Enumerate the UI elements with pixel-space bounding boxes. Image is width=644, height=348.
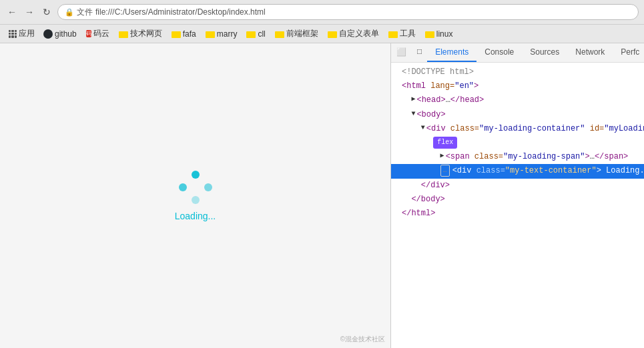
github-favicon (43, 29, 53, 39)
bookmark-marry-label: marry (217, 29, 238, 39)
apps-label: 应用 (19, 28, 35, 39)
bookmarks-bar: 应用 github 码 码云 技术网页 fafa marry cll 前端框架 (0, 25, 644, 43)
bookmark-myyun-label: 码云 (93, 28, 109, 39)
watermark: ©混金技术社区 (340, 335, 385, 344)
code-line-doctype: <!DOCTYPE html> (391, 65, 644, 79)
code-line-html: <html lang="en"> (391, 79, 644, 93)
bookmark-linux[interactable]: linux (421, 28, 457, 40)
bookmark-cll-label: cll (258, 29, 265, 39)
devtools-content: <!DOCTYPE html> <html lang="en"> ▶ <head… (391, 63, 644, 348)
loading-container: Loading... (175, 171, 216, 221)
devtools-icon-mobile[interactable]: □ (412, 43, 427, 62)
folder-icon-cll (246, 31, 256, 38)
dot-top (192, 171, 200, 179)
bookmark-custom-form-label: 自定义表单 (339, 28, 379, 39)
apps-button[interactable]: 应用 (5, 27, 38, 41)
main-area: Loading... ©混金技术社区 ⬜ □ Elements Console … (0, 43, 644, 348)
devtools-panel: ⬜ □ Elements Console Sources Network Per… (390, 43, 644, 348)
lock-icon: 🔒 (65, 8, 74, 17)
folder-icon-marry (206, 31, 215, 38)
dot-right (204, 183, 212, 191)
tab-sources[interactable]: Sources (522, 43, 567, 62)
bookmark-linux-label: linux (436, 29, 453, 39)
code-line-body: ▼ <body> (391, 108, 644, 122)
devtools-icon-cursor[interactable]: ⬜ (391, 43, 412, 62)
code-line-head: ▶ <head>…</head> (391, 93, 644, 107)
nav-bar: ← → ↻ 🔒 文件 file:///C:/Users/Administrato… (0, 0, 644, 25)
bookmark-frontend[interactable]: 前端框架 (271, 27, 322, 41)
bookmark-github-label: github (55, 29, 77, 39)
loading-text: Loading... (175, 211, 216, 221)
code-line-span: ▶ <span class="my-loading-span" >…</span… (391, 150, 644, 164)
browser-page: Loading... ©混金技术社区 (0, 43, 390, 348)
devtools-tabs: ⬜ □ Elements Console Sources Network Per… (391, 43, 644, 63)
code-line-close-div: </div> (391, 179, 644, 193)
tab-network[interactable]: Network (567, 43, 613, 62)
code-line-close-html: </html> (391, 207, 644, 221)
tab-console[interactable]: Console (476, 43, 522, 62)
address-file-label: 文件 (77, 7, 93, 18)
address-url: file:///C:/Users/Administrator/Desktop/i… (95, 7, 266, 17)
refresh-button[interactable]: ↻ (40, 5, 53, 19)
dot-bottom (192, 196, 200, 204)
code-line-close-body: </body> (391, 193, 644, 207)
bookmark-frontend-label: 前端框架 (286, 28, 318, 39)
dot-left (179, 183, 187, 191)
folder-icon-fafa (172, 31, 181, 38)
folder-icon-frontend (275, 31, 284, 38)
folder-icon-custom-form (328, 31, 337, 38)
bookmark-custom-form[interactable]: 自定义表单 (324, 27, 383, 41)
bookmark-tech-label: 技术网页 (130, 28, 162, 39)
bookmark-marry[interactable]: marry (202, 28, 242, 40)
back-button[interactable]: ← (5, 5, 19, 19)
bookmark-tools-label: 工具 (400, 28, 416, 39)
loading-spinner (179, 171, 212, 204)
myyun-favicon: 码 (86, 30, 91, 37)
address-bar[interactable]: 🔒 文件 file:///C:/Users/Administrator/Desk… (57, 4, 639, 20)
bookmark-github[interactable]: github (39, 28, 81, 40)
bookmark-myyun[interactable]: 码 码云 (82, 27, 113, 41)
code-line-text-container[interactable]: … <div class="my-text-container" > Loadi… (391, 164, 644, 178)
bookmark-cll[interactable]: cll (242, 28, 269, 40)
code-line-div-container: ▼ <div class="my-loading-container" id="… (391, 122, 644, 136)
folder-icon-linux (425, 31, 434, 38)
bookmark-fafa-label: fafa (183, 29, 196, 39)
bookmark-tech[interactable]: 技术网页 (115, 27, 166, 41)
folder-icon-tech (119, 31, 128, 38)
bookmark-tools[interactable]: 工具 (384, 27, 420, 41)
folder-icon-tools (388, 31, 398, 38)
bookmark-fafa[interactable]: fafa (168, 28, 200, 40)
browser-chrome: ← → ↻ 🔒 文件 file:///C:/Users/Administrato… (0, 0, 644, 43)
tab-elements[interactable]: Elements (427, 43, 476, 62)
forward-button[interactable]: → (23, 5, 36, 19)
code-line-flex-badge: flex (391, 136, 644, 150)
apps-grid-icon (9, 30, 17, 38)
tab-performance[interactable]: Perfc (613, 43, 644, 62)
